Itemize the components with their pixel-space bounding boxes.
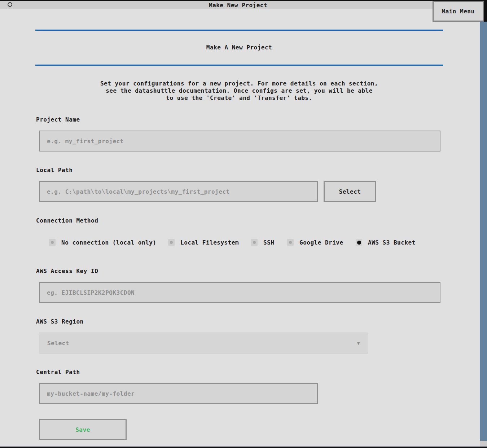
header-bar: Make New Project (0, 1, 487, 9)
radio-unselected-icon (287, 239, 294, 246)
window-bottom-edge (0, 447, 487, 448)
instructions-line-1: Set your configurations for a new projec… (35, 80, 443, 87)
radio-unselected-icon (49, 239, 56, 246)
window-right-edge (484, 0, 487, 22)
radio-label: Google Drive (299, 239, 343, 246)
aws-access-key-label: AWS Access Key ID (36, 268, 98, 274)
window-title: Make New Project (0, 1, 476, 9)
local-path-select-button[interactable]: Select (324, 181, 376, 202)
heading-divider-bottom (35, 65, 443, 66)
project-name-label: Project Name (36, 116, 80, 123)
radio-no-connection[interactable]: No connection (local only) (49, 238, 156, 247)
instructions-line-2: see the datashuttle documentation. Once … (35, 87, 443, 95)
central-path-input[interactable] (39, 383, 318, 404)
page-title: Make A New Project (35, 44, 443, 51)
radio-label: Local Filesystem (180, 239, 239, 246)
radio-label: SSH (263, 239, 274, 246)
main-menu-button[interactable]: Main Menu (433, 1, 484, 22)
vertical-scrollbar[interactable] (480, 22, 487, 441)
heading-divider-top (35, 30, 443, 31)
aws-s3-region-label: AWS S3 Region (36, 318, 84, 325)
radio-google-drive[interactable]: Google Drive (287, 238, 343, 247)
app-window: Make New Project Main Menu Make A New Pr… (0, 0, 487, 448)
select-current-value: Select (47, 340, 69, 347)
aws-access-key-input[interactable] (39, 282, 440, 303)
radio-label: No connection (local only) (61, 239, 156, 246)
radio-unselected-icon (168, 239, 175, 246)
project-name-input[interactable] (39, 131, 440, 151)
chevron-down-icon: ▼ (357, 341, 360, 346)
radio-ssh[interactable]: SSH (251, 238, 274, 247)
scrollbar-track-bottom (480, 441, 487, 447)
radio-unselected-icon (251, 239, 258, 246)
local-path-input[interactable] (39, 181, 318, 202)
instructions-text: Set your configurations for a new projec… (35, 80, 443, 102)
save-button[interactable]: Save (39, 419, 127, 440)
radio-label: AWS S3 Bucket (368, 239, 416, 246)
radio-selected-icon (356, 239, 362, 246)
radio-local-filesystem[interactable]: Local Filesystem (168, 238, 239, 247)
instructions-line-3: to use the 'Create' and 'Transfer' tabs. (35, 95, 443, 102)
radio-aws-s3-bucket[interactable]: AWS S3 Bucket (356, 238, 416, 247)
connection-method-label: Connection Method (36, 217, 98, 224)
local-path-label: Local Path (36, 167, 73, 174)
central-path-label: Central Path (36, 369, 80, 375)
aws-s3-region-select[interactable]: Select ▼ (39, 333, 368, 353)
